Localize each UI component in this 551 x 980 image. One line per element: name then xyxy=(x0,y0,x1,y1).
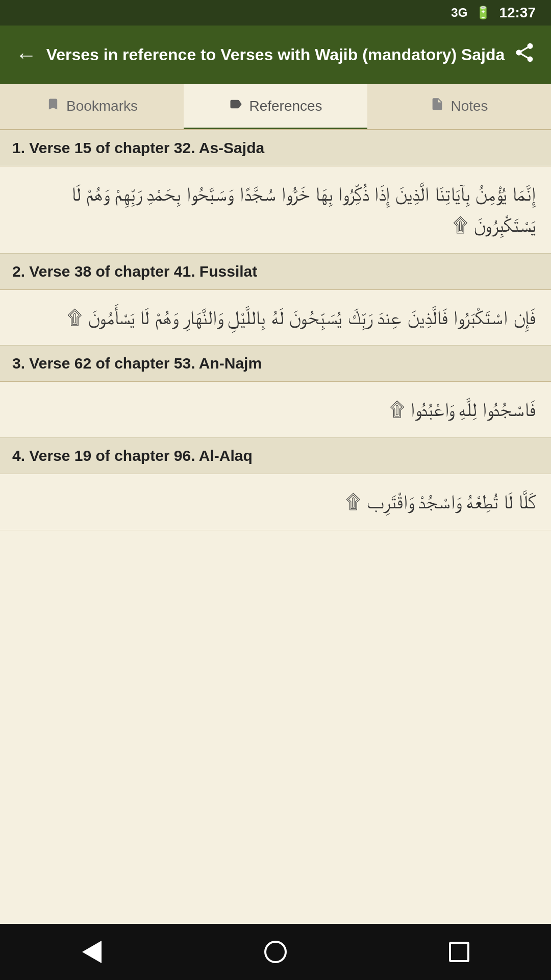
bookmarks-tab-label: Bookmarks xyxy=(66,98,138,114)
verse-text-2: فَإِن اسْتَكْبَرُوا فَالَّذِينَ عِندَ رَ… xyxy=(0,290,551,346)
signal-indicator: 3G xyxy=(451,6,467,20)
time-display: 12:37 xyxy=(499,5,536,21)
tab-notes[interactable]: Notes xyxy=(367,84,551,129)
nav-home-icon xyxy=(264,941,287,963)
references-tab-label: References xyxy=(249,98,322,114)
verse-heading-4: 4. Verse 19 of chapter 96. Al-Alaq xyxy=(0,438,551,474)
tab-bookmarks[interactable]: Bookmarks xyxy=(0,84,184,129)
verse-heading-3: 3. Verse 62 of chapter 53. An-Najm xyxy=(0,346,551,382)
status-bar: 3G 🔋 12:37 xyxy=(0,0,551,26)
back-button[interactable]: ← xyxy=(15,43,46,67)
nav-home-button[interactable] xyxy=(255,932,296,972)
verse-text-4: كَلَّا لَا تُطِعْهُ وَاسْجُدْ وَاقْتَرِب… xyxy=(0,474,551,530)
content-area: 1. Verse 15 of chapter 32. As-Sajda إِنَ… xyxy=(0,130,551,924)
battery-indicator: 🔋 xyxy=(475,6,491,20)
verse-text-1: إِنَّمَا يُؤْمِنُ بِآيَاتِنَا الَّذِينَ … xyxy=(0,166,551,253)
share-button[interactable] xyxy=(505,41,536,68)
verse-text-3: فَاسْجُدُوا لِلَّهِ وَاعْبُدُوا ۩ xyxy=(0,382,551,437)
references-icon xyxy=(229,97,243,115)
nav-back-icon xyxy=(82,941,102,963)
verse-heading-1: 1. Verse 15 of chapter 32. As-Sajda xyxy=(0,130,551,166)
tab-bar: Bookmarks References Notes xyxy=(0,84,551,130)
verse-entry-1: 1. Verse 15 of chapter 32. As-Sajda إِنَ… xyxy=(0,130,551,254)
verse-entry-2: 2. Verse 38 of chapter 41. Fussilat فَإِ… xyxy=(0,254,551,346)
notes-icon xyxy=(430,97,444,115)
page-title: Verses in reference to Verses with Wajib… xyxy=(46,44,505,66)
nav-recents-button[interactable] xyxy=(439,932,480,972)
nav-bar xyxy=(0,924,551,980)
notes-tab-label: Notes xyxy=(450,98,488,114)
tab-references[interactable]: References xyxy=(184,84,367,129)
app-header: ← Verses in reference to Verses with Waj… xyxy=(0,26,551,84)
bookmark-icon xyxy=(46,97,60,115)
nav-back-button[interactable] xyxy=(71,932,112,972)
verse-entry-3: 3. Verse 62 of chapter 53. An-Najm فَاسْ… xyxy=(0,346,551,438)
verse-heading-2: 2. Verse 38 of chapter 41. Fussilat xyxy=(0,254,551,290)
verse-entry-4: 4. Verse 19 of chapter 96. Al-Alaq كَلَّ… xyxy=(0,438,551,530)
nav-recents-icon xyxy=(449,942,469,962)
